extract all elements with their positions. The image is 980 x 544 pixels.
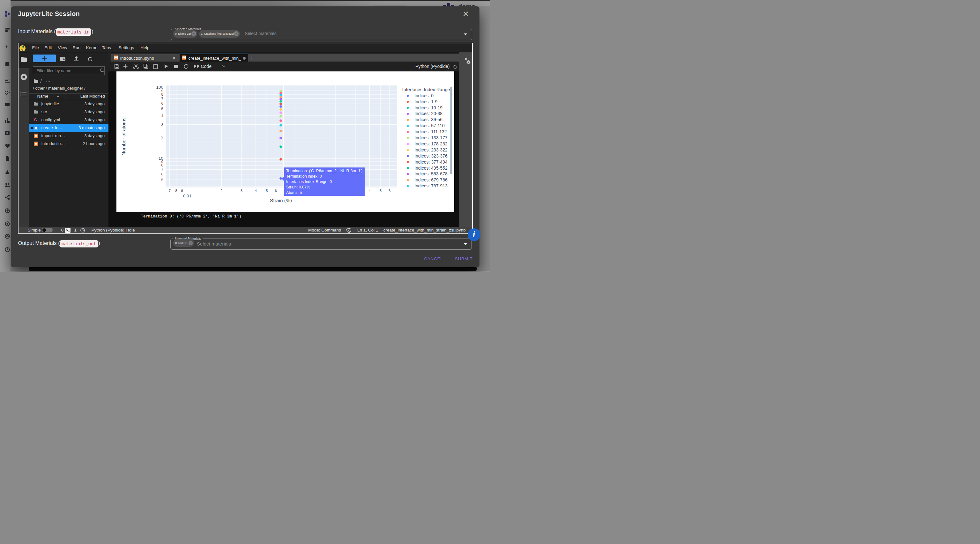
svg-text:6: 6: [161, 172, 163, 176]
svg-text:Strain (%): Strain (%): [270, 198, 292, 203]
svg-text:5: 5: [161, 178, 163, 182]
svg-text:9: 9: [181, 189, 183, 193]
svg-text:Interfaces Index Range: 0: Interfaces Index Range: 0: [286, 179, 332, 184]
svg-text:7: 7: [161, 97, 163, 100]
svg-text:Indices: 20-38: Indices: 20-38: [414, 111, 442, 116]
svg-text:7: 7: [161, 167, 163, 171]
svg-text:Termination index: 0: Termination index: 0: [286, 174, 322, 179]
svg-text:Indices: 39-56: Indices: 39-56: [414, 117, 442, 122]
svg-text:Indices: 10-19: Indices: 10-19: [414, 105, 442, 110]
svg-text:Atoms: 5: Atoms: 5: [286, 190, 302, 195]
svg-text:5: 5: [161, 107, 163, 111]
svg-text:Indices: 495-552: Indices: 495-552: [414, 165, 447, 171]
svg-text:Interfaces Index Range: Interfaces Index Range: [402, 87, 450, 92]
svg-text:Indices: 1-9: Indices: 1-9: [414, 99, 438, 104]
svg-text:Indices: 111-132: Indices: 111-132: [414, 129, 447, 134]
svg-text:8: 8: [175, 189, 177, 193]
svg-text:7: 7: [169, 189, 170, 193]
svg-text:Number of atoms: Number of atoms: [121, 117, 126, 155]
svg-text:2: 2: [161, 135, 163, 139]
svg-text:4: 4: [255, 189, 257, 193]
svg-text:Indices: 233-322: Indices: 233-322: [414, 147, 447, 152]
svg-text:4: 4: [369, 189, 371, 193]
svg-text:Indices: 323-376: Indices: 323-376: [414, 153, 447, 159]
svg-text:Termination: ('C_P6/mmm_2', 'N: Termination: ('C_P6/mmm_2', 'Ni_R-3m_1'): [286, 169, 363, 173]
svg-text:6: 6: [388, 189, 390, 193]
svg-text:Indices: 377-494: Indices: 377-494: [414, 159, 447, 165]
svg-text:Indices: 0: Indices: 0: [414, 93, 434, 98]
svg-text:8: 8: [161, 92, 163, 96]
svg-text:9: 9: [161, 89, 163, 93]
svg-text:5: 5: [379, 189, 381, 193]
svg-text:3: 3: [161, 123, 163, 127]
svg-text:0.01: 0.01: [183, 193, 191, 198]
svg-text:6: 6: [161, 102, 163, 105]
svg-text:Indices: 553-678: Indices: 553-678: [414, 171, 447, 176]
svg-text:Indices: 57-110: Indices: 57-110: [414, 123, 445, 128]
svg-text:Indices: 133-177: Indices: 133-177: [414, 135, 447, 140]
svg-text:5: 5: [266, 189, 268, 193]
svg-text:4: 4: [161, 114, 163, 118]
svg-text:6: 6: [275, 189, 277, 193]
svg-text:9: 9: [161, 160, 163, 163]
svg-text:Strain: 0.07%: Strain: 0.07%: [286, 185, 310, 189]
svg-text:8: 8: [161, 163, 163, 167]
svg-text:Indices: 178-232: Indices: 178-232: [414, 141, 447, 146]
svg-text:Indices: 679-786: Indices: 679-786: [414, 177, 447, 182]
svg-text:3: 3: [240, 189, 242, 193]
svg-text:2: 2: [220, 189, 222, 193]
